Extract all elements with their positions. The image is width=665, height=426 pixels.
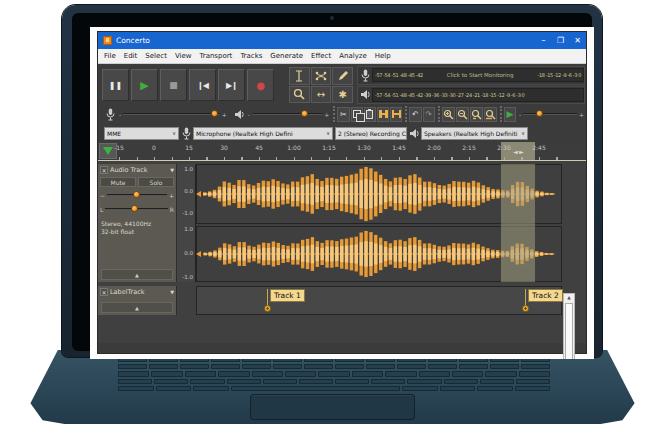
keyboard-row: [118, 371, 550, 376]
draw-tool-button[interactable]: [332, 67, 353, 85]
pan-slider[interactable]: [105, 208, 167, 210]
title-bar[interactable]: Concerto – ❐ ✕: [98, 32, 586, 49]
microphone-icon: [358, 69, 372, 82]
play-button[interactable]: ▶: [131, 69, 158, 101]
label-flag[interactable]: Track 1: [270, 289, 305, 302]
recording-volume-knob[interactable]: [211, 110, 218, 117]
pan-knob[interactable]: [131, 205, 138, 212]
copy-button[interactable]: [351, 107, 363, 122]
zoom-in-icon: [443, 109, 454, 120]
fit-selection-button[interactable]: [470, 107, 483, 122]
scissors-icon: ✂: [340, 110, 347, 119]
toolbar-grip[interactable]: [405, 106, 407, 122]
menu-item-select[interactable]: Select: [141, 52, 171, 60]
silence-audio-button[interactable]: [390, 107, 402, 122]
rec-vol-minus: -: [119, 111, 121, 118]
pause-button[interactable]: ❚❚: [102, 69, 129, 101]
timeline-label: 30: [220, 144, 228, 151]
menu-item-analyze[interactable]: Analyze: [335, 52, 371, 60]
zoom-tool-button[interactable]: [289, 86, 310, 104]
keyboard-key: [318, 371, 349, 376]
timeshift-tool-button[interactable]: ↔: [311, 86, 332, 104]
close-track-icon[interactable]: ✕: [100, 166, 108, 174]
playback-meter[interactable]: -57 -54 -51 -48 -45 -42 -39 -36 -33 -30 …: [357, 86, 585, 105]
scroll-up-icon[interactable]: ▲: [567, 294, 570, 301]
multi-tool-button[interactable]: ✱: [332, 86, 353, 104]
recording-volume-slider[interactable]: [123, 113, 219, 115]
zoom-in-button[interactable]: [442, 107, 455, 122]
menu-item-view[interactable]: View: [171, 52, 196, 60]
scale-label: 0.0: [184, 188, 193, 194]
play-speed-slider[interactable]: [523, 113, 577, 115]
trim-audio-button[interactable]: [377, 107, 389, 122]
collapse-track-button[interactable]: ▲: [101, 269, 173, 280]
menu-item-transport[interactable]: Transport: [196, 52, 237, 60]
vertical-scrollbar[interactable]: ▲ ▼: [563, 293, 575, 359]
play-speed-knob[interactable]: [536, 110, 543, 117]
playback-meter-bar[interactable]: -57 -54 -51 -48 -45 -42 -39 -36 -33 -30 …: [372, 88, 584, 102]
vertical-scrollbar-thumb[interactable]: [565, 303, 573, 359]
gain-slider[interactable]: [107, 194, 167, 196]
toolbar-grip[interactable]: [333, 106, 335, 122]
recording-device-dropdown[interactable]: Microphone (Realtek High Defini ∨: [193, 127, 333, 140]
menu-item-tracks[interactable]: Tracks: [236, 52, 266, 60]
track-menu-chevron-icon[interactable]: ▼: [170, 167, 174, 173]
solo-button[interactable]: Solo: [138, 177, 174, 187]
gain-knob[interactable]: [133, 191, 140, 198]
audio-host-dropdown[interactable]: MME ∨: [104, 127, 179, 140]
undo-button[interactable]: ↶: [409, 107, 421, 122]
keyboard-key: [519, 371, 550, 376]
label-track-name[interactable]: LabelTrack: [110, 288, 145, 296]
maximize-button[interactable]: ❐: [552, 32, 569, 49]
label-track-lane[interactable]: Track 1Track 2: [196, 286, 562, 315]
keyboard-key: [407, 379, 441, 384]
close-track-icon[interactable]: ✕: [100, 288, 108, 296]
timeline-ruler[interactable]: ◄─► -1501530451:001:151:301:452:002:152:…: [98, 142, 586, 161]
redo-button[interactable]: ↷: [423, 107, 435, 122]
playback-device-dropdown[interactable]: Speakers (Realtek High Definiti ∨: [421, 127, 528, 140]
cut-button[interactable]: ✂: [337, 107, 349, 122]
skip-to-start-button[interactable]: ❙◀: [189, 69, 216, 101]
zoom-out-button[interactable]: [456, 107, 469, 122]
mute-button[interactable]: Mute: [100, 177, 136, 187]
audio-track-name[interactable]: Audio Track: [110, 166, 148, 174]
audio-track-header[interactable]: ✕ Audio Track ▼: [98, 164, 176, 176]
recording-meter[interactable]: -57 -54 -51 -48 -45 -42 Click to Start M…: [357, 66, 585, 85]
recording-channels-dropdown[interactable]: 2 (Stereo) Recording Channels ∨: [335, 127, 407, 140]
collapse-track-button[interactable]: ▲: [101, 302, 173, 313]
fit-project-button[interactable]: [484, 107, 497, 122]
selection-tool-button[interactable]: [289, 67, 310, 85]
timeline-label: 0: [152, 144, 156, 151]
label-flag[interactable]: Track 2: [528, 289, 563, 302]
playback-volume-knob[interactable]: [301, 110, 308, 117]
webcam-icon: [330, 16, 334, 20]
menu-item-help[interactable]: Help: [371, 52, 395, 60]
menu-item-generate[interactable]: Generate: [266, 52, 307, 60]
recording-meter-bar[interactable]: -57 -54 -51 -48 -45 -42 Click to Start M…: [372, 68, 584, 82]
record-button[interactable]: ●: [247, 69, 274, 101]
silence-icon: [392, 110, 401, 118]
playback-volume-slider[interactable]: [252, 113, 323, 115]
play-at-speed-button[interactable]: ▶: [504, 107, 516, 122]
skip-to-end-button[interactable]: ▶❙: [218, 69, 245, 101]
waveform-selection[interactable]: [501, 164, 535, 282]
paste-button[interactable]: [364, 107, 376, 122]
toolbar-grip[interactable]: [500, 106, 502, 122]
monitoring-hint[interactable]: Click to Start Monitoring: [447, 72, 514, 78]
track-menu-chevron-icon[interactable]: ▼: [170, 289, 174, 295]
toolbar-grip[interactable]: [438, 106, 440, 122]
laptop-trackpad: [250, 394, 415, 420]
close-button[interactable]: ✕: [569, 32, 586, 49]
label-marker-icon[interactable]: [522, 305, 529, 312]
menu-item-edit[interactable]: Edit: [120, 52, 142, 60]
menu-item-file[interactable]: File: [100, 52, 120, 60]
menu-item-effect[interactable]: Effect: [307, 52, 335, 60]
envelope-tool-button[interactable]: [311, 67, 332, 85]
stop-button[interactable]: ■: [160, 69, 187, 101]
magnifier-icon: [293, 88, 305, 100]
label-track-header[interactable]: ✕ LabelTrack ▼: [98, 286, 176, 298]
keyboard-key: [193, 386, 229, 391]
minimize-button[interactable]: –: [535, 32, 552, 49]
envelope-icon: [315, 70, 327, 82]
label-marker-icon[interactable]: [264, 305, 271, 312]
